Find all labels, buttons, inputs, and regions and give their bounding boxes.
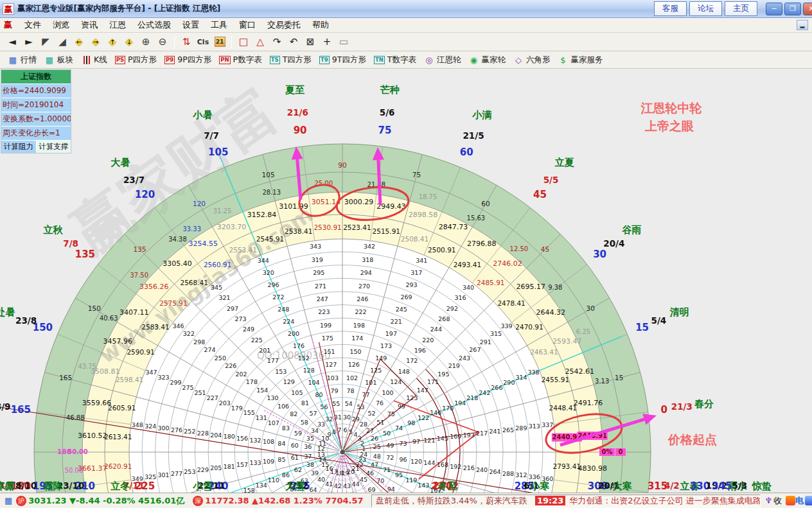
draw-triangle-icon[interactable]: △: [252, 35, 268, 49]
svg-text:2455.91: 2455.91: [542, 376, 569, 383]
svg-text:101: 101: [365, 379, 376, 386]
tool-ps-badge[interactable]: PSP四方形: [115, 55, 157, 66]
svg-text:惊蛰: 惊蛰: [752, 480, 772, 492]
menu-交易委托[interactable]: 交易委托: [261, 19, 306, 31]
svg-text:5/6: 5/6: [380, 107, 395, 118]
menu-浏览[interactable]: 浏览: [47, 19, 75, 31]
menu-帮助[interactable]: 帮助: [306, 19, 335, 31]
svg-text:294: 294: [360, 269, 372, 276]
svg-text:83: 83: [282, 425, 290, 432]
svg-text:2491.76: 2491.76: [574, 399, 603, 407]
tool-t9-badge[interactable]: T99T四方形: [319, 55, 366, 66]
zoom-out-icon[interactable]: ⊖: [155, 35, 170, 49]
menu-江恩[interactable]: 江恩: [103, 19, 132, 31]
svg-text:37: 37: [304, 453, 312, 460]
svg-text:347: 347: [145, 369, 157, 376]
svg-text:97: 97: [412, 438, 420, 445]
svg-text:80: 80: [315, 391, 322, 398]
menu-工具[interactable]: 工具: [205, 19, 233, 31]
svg-text:264: 264: [490, 468, 501, 475]
svg-text:86: 86: [282, 471, 290, 478]
svg-text:2575.91: 2575.91: [159, 299, 187, 307]
tool-dollar[interactable]: $赢家服务: [558, 55, 603, 66]
svg-text:2553.41: 2553.41: [229, 246, 256, 254]
main-toolbar: ◄►◤◢◆←◆→◆↑◆↓⊕⊖⇅Cls21□△↷↶⊠+▭: [0, 33, 812, 51]
tool-gann-wheel[interactable]: ◎江恩轮: [424, 55, 461, 66]
popup-app-icon[interactable]: [786, 496, 795, 505]
titlebar-button-论坛[interactable]: 论坛: [689, 1, 722, 16]
tool-pn-badge[interactable]: PNP数字表: [219, 55, 261, 66]
panel-button-计算支撑[interactable]: 计算支撑: [37, 141, 71, 153]
shenzhen-index-quote[interactable]: 11772.38 ▲142.68 1.23% 7704.57: [205, 496, 363, 505]
svg-text:192: 192: [450, 463, 461, 470]
svg-text:273: 273: [235, 315, 247, 322]
calendar-21-icon[interactable]: 21: [212, 35, 227, 49]
back-arrow-icon[interactable]: ◄: [4, 35, 20, 49]
diamond-right-icon[interactable]: ◆→: [88, 35, 103, 49]
svg-text:277: 277: [171, 470, 182, 477]
center-target-icon[interactable]: +: [319, 35, 335, 49]
svg-text:3407.11: 3407.11: [119, 308, 149, 317]
tool-blocks[interactable]: ▦板块: [44, 55, 73, 66]
svg-text:2545.91: 2545.91: [256, 235, 284, 243]
svg-text:226: 226: [225, 362, 236, 369]
rotate-ccw-icon[interactable]: ↶: [286, 35, 301, 49]
menu-设置[interactable]: 设置: [177, 19, 205, 31]
window-title: 赢家江恩专业版[赢家内部服务平台] - [上证指数 江恩轮]: [17, 3, 220, 14]
board-icon[interactable]: ▭: [336, 35, 351, 49]
titlebar-button-主页[interactable]: 主页: [725, 1, 757, 16]
forward-arrow-icon[interactable]: ►: [21, 35, 37, 49]
svg-text:218: 218: [466, 394, 478, 401]
box-x-icon[interactable]: ⊠: [303, 35, 318, 49]
draw-square-icon[interactable]: □: [236, 35, 251, 49]
tool-tn-badge[interactable]: TNT数字表: [374, 55, 416, 66]
svg-text:2463.41: 2463.41: [530, 348, 558, 356]
svg-text:2448.41: 2448.41: [549, 404, 577, 412]
tool-kline[interactable]: K线: [81, 55, 107, 66]
titlebar-button-客服[interactable]: 客服: [654, 1, 687, 16]
quote-grid-icon[interactable]: ▦: [4, 496, 12, 505]
svg-text:50.00: 50.00: [67, 448, 88, 455]
tool-hexagon[interactable]: ◇六角形: [513, 55, 551, 66]
cls-button-icon[interactable]: Cls: [195, 35, 211, 49]
svg-text:小满: 小满: [472, 109, 491, 121]
tool-winner-wheel[interactable]: ◉赢家轮: [468, 55, 506, 66]
zoom-in-icon[interactable]: ⊕: [138, 35, 154, 49]
menu-公式选股[interactable]: 公式选股: [132, 19, 177, 31]
svg-text:23/7: 23/7: [123, 175, 145, 185]
menu-窗口[interactable]: 窗口: [233, 19, 261, 31]
shanghai-index-quote[interactable]: 3031.23 ▼-8.44 -0.28% 4516.01亿: [28, 495, 184, 507]
svg-text:168: 168: [437, 461, 448, 468]
diamond-left-icon[interactable]: ◆←: [71, 35, 87, 49]
menu-文件[interactable]: 文件: [19, 19, 47, 31]
svg-text:342: 342: [364, 243, 375, 250]
diamond-up-icon[interactable]: ◆↑: [105, 35, 120, 49]
flag-up-icon[interactable]: ◤: [38, 35, 53, 49]
vertical-scale-icon[interactable]: ⇅: [179, 35, 194, 49]
svg-text:241: 241: [490, 428, 501, 435]
svg-text:196: 196: [414, 347, 426, 354]
svg-text:37.50: 37.50: [130, 272, 148, 279]
panel-button-计算阻力[interactable]: 计算阻力: [1, 141, 37, 153]
tool-grid[interactable]: ▦行情: [8, 55, 37, 66]
menu-资讯[interactable]: 资讯: [75, 19, 103, 31]
app-logo-icon: 赢: [3, 3, 14, 15]
maximize-button[interactable]: ❐: [784, 3, 801, 15]
svg-text:127: 127: [325, 361, 337, 368]
child-window-controls[interactable]: ▂: [797, 20, 808, 30]
news-ticker[interactable]: 盘前走低，特斯拉跌3.44%，蔚来汽车跌 19:23 华力创通：出资2亿设立子公…: [371, 495, 761, 507]
gann-wheel-canvas[interactable]: 赢家财富www.yingjia360.comQQ:100800360123456…: [0, 69, 812, 493]
diamond-down-icon[interactable]: ◆↓: [121, 35, 137, 49]
tool-p9-badge[interactable]: P99P四方形: [164, 55, 211, 66]
svg-text:154: 154: [256, 387, 268, 394]
title-bar: 赢 赢家江恩专业版[赢家内部服务平台] - [上证指数 江恩轮] 客服论坛主页 …: [0, 0, 812, 18]
tool-ts-badge[interactable]: TST四方形: [270, 55, 312, 66]
svg-text:318: 318: [362, 256, 373, 263]
flag-down-icon[interactable]: ◢: [55, 35, 70, 49]
close-button[interactable]: ✕: [803, 3, 812, 15]
svg-text:2593.47: 2593.47: [552, 337, 582, 346]
svg-text:119: 119: [405, 477, 417, 484]
minimize-button[interactable]: ─: [766, 3, 782, 15]
svg-text:202: 202: [236, 371, 247, 378]
rotate-cw-icon[interactable]: ↷: [269, 35, 285, 49]
